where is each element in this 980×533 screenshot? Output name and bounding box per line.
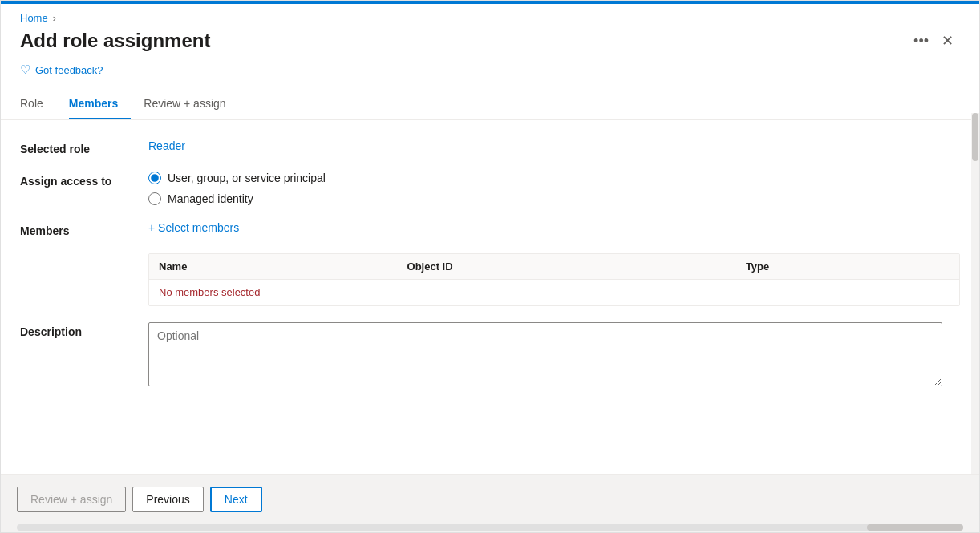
radio-managed-identity-label: Managed identity: [168, 192, 253, 205]
table-header-name: Name: [149, 254, 398, 280]
panel-container: Home › Add role assignment ••• ✕ ♡ Got f…: [0, 0, 980, 533]
radio-user-group-input[interactable]: [148, 172, 161, 184]
members-table: Name Object ID Type No members selected: [149, 254, 959, 305]
select-members-button[interactable]: + Select members: [148, 221, 239, 234]
breadcrumb: Home ›: [1, 4, 979, 29]
footer-bar: Review + assign Previous Next: [1, 474, 979, 523]
breadcrumb-home-link[interactable]: Home: [20, 12, 48, 24]
radio-user-group-label: User, group, or service principal: [168, 172, 326, 184]
radio-user-group[interactable]: User, group, or service principal: [148, 172, 326, 184]
members-row: Members + Select members: [20, 221, 960, 237]
more-options-button[interactable]: •••: [907, 30, 935, 53]
table-header-object-id: Object ID: [398, 254, 736, 280]
previous-button[interactable]: Previous: [132, 487, 203, 512]
horizontal-scrollbar-thumb[interactable]: [867, 524, 963, 531]
radio-managed-identity-input[interactable]: [148, 192, 161, 205]
vertical-scrollbar-thumb[interactable]: [972, 113, 978, 161]
table-header-type: Type: [736, 254, 959, 280]
assign-access-label: Assign access to: [20, 172, 148, 188]
breadcrumb-chevron-icon: ›: [53, 13, 56, 24]
members-label: Members: [20, 221, 148, 237]
feedback-heart-icon: ♡: [20, 63, 30, 77]
main-content-area: Role Members Review + assign Selected ro…: [1, 87, 979, 474]
tab-role[interactable]: Role: [20, 87, 56, 119]
tab-review-assign[interactable]: Review + assign: [144, 87, 238, 119]
horizontal-scrollbar-row: [1, 523, 979, 532]
review-assign-button[interactable]: Review + assign: [17, 487, 126, 512]
description-textarea[interactable]: [148, 322, 942, 386]
selected-role-row: Selected role Reader: [20, 139, 960, 155]
access-type-radio-group: User, group, or service principal Manage…: [148, 172, 326, 205]
table-row: No members selected: [149, 280, 959, 305]
next-button[interactable]: Next: [210, 487, 262, 512]
feedback-link[interactable]: Got feedback?: [35, 64, 103, 76]
feedback-row: ♡ Got feedback?: [1, 59, 979, 87]
selected-role-label: Selected role: [20, 139, 148, 155]
radio-managed-identity[interactable]: Managed identity: [148, 192, 326, 205]
panel-header: Add role assignment ••• ✕: [1, 29, 979, 59]
description-label: Description: [20, 322, 148, 338]
selected-role-value: Reader: [148, 139, 185, 152]
tab-members[interactable]: Members: [69, 87, 131, 119]
description-row: Description: [20, 322, 960, 386]
form-area: Selected role Reader Assign access to Us…: [1, 120, 979, 474]
tabs-bar: Role Members Review + assign: [1, 87, 979, 120]
page-title: Add role assignment: [20, 30, 901, 52]
members-table-wrapper: Name Object ID Type No members selected: [148, 253, 960, 306]
vertical-scrollbar-track[interactable]: [971, 113, 979, 474]
close-button[interactable]: ✕: [935, 29, 960, 53]
table-empty-message: No members selected: [149, 280, 959, 305]
assign-access-row: Assign access to User, group, or service…: [20, 172, 960, 205]
horizontal-scrollbar-track[interactable]: [17, 524, 963, 531]
